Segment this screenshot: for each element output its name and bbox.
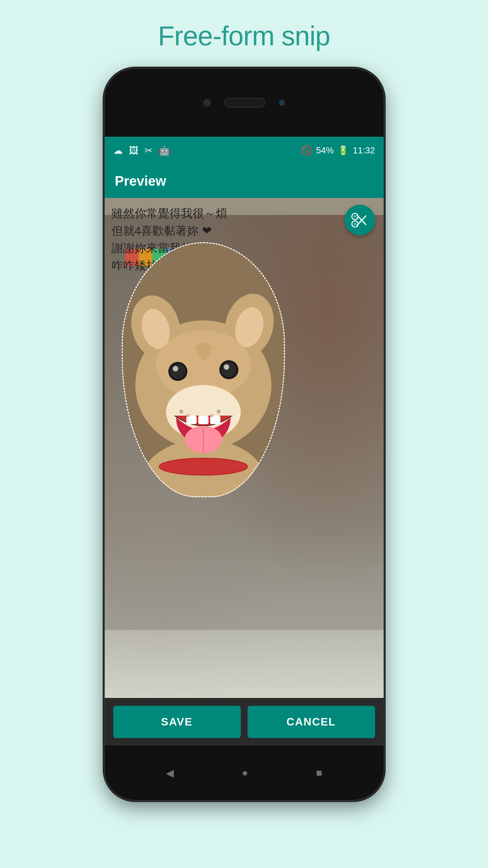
front-camera bbox=[203, 99, 211, 106]
scissors-icon: ✂ bbox=[145, 145, 152, 156]
phone-wrapper: ☁ 🖼 ✂ 🤖 🚫 54% 🔋 11:32 Preview bbox=[105, 69, 384, 817]
proximity-sensor bbox=[279, 100, 285, 106]
cancel-button[interactable]: CANCEL bbox=[248, 706, 375, 738]
recent-nav-button[interactable]: ■ bbox=[316, 767, 322, 779]
svg-point-4 bbox=[354, 215, 356, 217]
chinese-line-2: 但就4喜歡黏著妳 ❤ bbox=[112, 222, 227, 239]
dog-selection-area bbox=[122, 242, 285, 497]
android-icon: 🤖 bbox=[158, 145, 170, 156]
cloud-upload-icon: ☁ bbox=[113, 145, 123, 156]
phone-bottom-bezel: ◀ ● ■ bbox=[105, 746, 384, 800]
content-area: 雖然你常覺得我很～煩 但就4喜歡黏著妳 ❤ 謝謝妳來當我的家人 咋咋矮拉虎uuu… bbox=[105, 198, 384, 746]
phone-frame: ☁ 🖼 ✂ 🤖 🚫 54% 🔋 11:32 Preview bbox=[105, 69, 384, 800]
back-nav-button[interactable]: ◀ bbox=[166, 767, 174, 779]
battery-icon: 🔋 bbox=[338, 145, 349, 156]
floor-area bbox=[105, 630, 384, 698]
selection-outline bbox=[122, 242, 285, 497]
app-bar: Preview bbox=[105, 164, 384, 198]
status-bar: ☁ 🖼 ✂ 🤖 🚫 54% 🔋 11:32 bbox=[105, 137, 384, 164]
status-right-info: 🚫 54% 🔋 11:32 bbox=[301, 145, 375, 156]
speaker-grille bbox=[224, 98, 265, 107]
status-left-icons: ☁ 🖼 ✂ 🤖 bbox=[113, 145, 170, 156]
home-nav-button[interactable]: ● bbox=[242, 767, 248, 779]
scissors-fab-button[interactable] bbox=[344, 205, 375, 235]
time-display: 11:32 bbox=[353, 145, 375, 156]
phone-screen: ☁ 🖼 ✂ 🤖 🚫 54% 🔋 11:32 Preview bbox=[105, 137, 384, 746]
signal-icon: 🚫 bbox=[301, 145, 312, 156]
scissors-fab-icon bbox=[350, 211, 369, 230]
image-icon: 🖼 bbox=[129, 145, 138, 156]
page-title: Free-form snip bbox=[158, 20, 330, 52]
svg-point-5 bbox=[354, 222, 356, 225]
phone-top-bezel bbox=[105, 69, 384, 137]
app-bar-title: Preview bbox=[115, 173, 166, 189]
action-buttons-container: SAVE CANCEL bbox=[105, 698, 384, 746]
battery-percent: 54% bbox=[316, 145, 334, 156]
chinese-line-1: 雖然你常覺得我很～煩 bbox=[112, 205, 227, 222]
save-button[interactable]: SAVE bbox=[113, 706, 241, 738]
